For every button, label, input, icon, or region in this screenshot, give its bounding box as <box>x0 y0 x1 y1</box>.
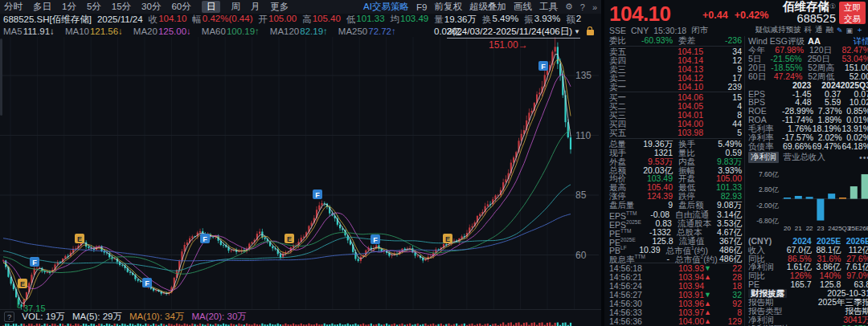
ladder-price[interactable]: 104.14 <box>630 56 703 65</box>
ask-row[interactable]: 卖一104.10239 <box>609 82 742 91</box>
forecast-header-cell: (CNY) <box>748 237 782 246</box>
net-profit-bar-chart[interactable]: 7.60亿2.80亿-2.00亿-6.80亿202122232425Q325E2… <box>748 163 868 235</box>
stat-value: 9 <box>635 201 674 210</box>
info-value: 103.49 <box>400 14 428 25</box>
trade-button-line: 交易 <box>839 13 866 24</box>
ma-values: MA5 111.91↓MA10 121.56↓MA20 125.00↓MA60 … <box>3 26 396 36</box>
event-marker-E[interactable]: E <box>285 234 294 243</box>
chart-section: 分时多日1分5分15分30分60分日周月更多 AI交易策略F9前复权超级叠加画线… <box>0 0 601 326</box>
fin-cell: 69.66% <box>782 142 812 151</box>
tool-超级叠加[interactable]: 超级叠加 <box>469 1 506 13</box>
date-range-label: 2024/03/22-2025/11/24(406日) <box>447 26 572 38</box>
tool-F9[interactable]: F9 <box>416 2 427 12</box>
ask-row[interactable]: 卖二104.1217 <box>609 74 742 83</box>
forecast-row: 收入67.0亿88.1亿112亿 <box>748 246 868 255</box>
forecast-label: 收入 <box>748 246 782 255</box>
ladder-price[interactable]: 103.98 <box>630 128 703 137</box>
timeframe-tab-月[interactable]: 月 <box>251 1 260 13</box>
tool-画线[interactable]: 画线 <box>514 1 532 13</box>
volume-indicator-bar: ?VOL: 19万MA(5): 29万MA(10): 34万MA(20): 30… <box>0 311 601 323</box>
event-marker-F[interactable]: F <box>200 234 210 243</box>
ma-item-MA20: MA20 125.00↓ <box>133 26 191 36</box>
ladder-price[interactable]: 104.10 <box>630 83 703 92</box>
event-marker-E[interactable]: E <box>75 234 84 243</box>
info-value: 2025/11/24 <box>97 14 143 24</box>
info-segment: 高105.40 <box>302 14 341 25</box>
info-label: 额 <box>566 14 575 25</box>
timeframe-tab-60分[interactable]: 60分 <box>171 1 190 13</box>
bid-row[interactable]: 买四104.0044 <box>609 120 742 128</box>
timeframe-tab-15分[interactable]: 15分 <box>112 1 131 13</box>
ma-item-MA5: MA5 111.91↓ <box>3 26 55 36</box>
mini-tab-营业总收入[interactable]: 营业总收入 <box>784 152 826 163</box>
timeframe-tab-30分[interactable]: 30分 <box>141 1 161 13</box>
event-marker-F[interactable]: F <box>142 278 152 287</box>
trade-now-button[interactable]: 立即交易 <box>839 2 866 24</box>
image-icon[interactable]: ▣ <box>845 26 853 35</box>
ask-row[interactable]: 卖三104.139 <box>609 65 742 74</box>
svg-text:E: E <box>77 235 82 243</box>
stat-row: EPSTTM-0.08自由流通3.14亿 <box>609 210 742 218</box>
info-segment: 量19.36万 <box>434 14 477 25</box>
ask-row[interactable]: 卖四104.1412 <box>609 56 742 65</box>
timeframe-tab-5分[interactable]: 5分 <box>87 1 101 13</box>
timeframe-tab-多日[interactable]: 多日 <box>33 1 51 13</box>
timeframe-tab-更多[interactable]: 更多 <box>270 1 289 13</box>
bid-row[interactable]: 买五103.985 <box>609 128 742 137</box>
fin-cell: 64.18% <box>841 142 868 151</box>
ma-label: MA250 <box>338 26 367 36</box>
candlestick-chart[interactable]: 1351108560151.00→37.15EFEFFEFFEF <box>0 0 601 326</box>
info-value: 104.10 <box>158 14 186 25</box>
lock-icon[interactable] <box>587 30 594 35</box>
timeframe-tab-1分[interactable]: 1分 <box>62 1 76 13</box>
bid-row[interactable]: 买一104.0615 <box>609 93 742 102</box>
settings-icon[interactable]: ⚙ <box>565 2 573 12</box>
report-value: 3041万 <box>843 316 868 324</box>
info-segment: 幅0.42%(0.44) <box>192 14 252 25</box>
tool-AI交易策略[interactable]: AI交易策略 <box>363 1 409 13</box>
change-pct: +0.42% <box>735 10 769 21</box>
event-marker-E[interactable]: E <box>18 279 27 288</box>
stat-label: 现手 <box>609 149 626 157</box>
info-label: 均 <box>391 14 400 25</box>
event-marker-F[interactable]: F <box>538 61 548 71</box>
timeframe-tab-周[interactable]: 周 <box>231 1 240 13</box>
bid-row[interactable]: 买二104.054 <box>609 102 742 111</box>
stat-label: 60日 <box>748 72 766 81</box>
more-menu-icon[interactable]: ••• <box>859 153 868 162</box>
chart-scrollbar[interactable] <box>0 39 2 116</box>
tick-qty: 129 <box>711 317 742 326</box>
ladder-price[interactable]: 104.13 <box>630 65 703 74</box>
edit-icon[interactable]: ✎ <box>837 26 843 35</box>
date-range-selector[interactable]: 2024/03/22-2025/11/24(406日) ▼ <box>447 26 580 39</box>
add-icon[interactable]: ＋ <box>856 25 863 35</box>
tool-工具[interactable]: 工具 <box>539 1 558 13</box>
info-icon[interactable]: ① <box>829 2 836 10</box>
ladder-price[interactable]: 104.12 <box>630 74 703 83</box>
info-label: 开 <box>258 14 268 25</box>
caret-down-icon: ▼ <box>574 28 580 35</box>
security-tags: 疑似减持预披科通融✎▣＋ <box>755 25 863 35</box>
stat-label: 委差 <box>673 36 695 45</box>
stat-value: -18.55% <box>766 63 802 72</box>
bid-row[interactable]: 买三104.018 <box>609 111 742 120</box>
event-marker-F[interactable]: F <box>30 257 39 267</box>
chevron-double-icon[interactable]: » <box>592 2 597 12</box>
help-icon[interactable]: ? <box>580 2 585 12</box>
mini-ytick-label: -6.80亿 <box>756 217 779 225</box>
forecast-cell: 67.0亿 <box>782 246 812 255</box>
event-marker-E[interactable]: E <box>443 234 452 243</box>
ask-row[interactable]: 卖五104.1534 <box>609 47 742 56</box>
toolbar-tools: AI交易策略F9前复权超级叠加画线工具⚙?» <box>363 1 597 13</box>
last-price: 104.10 <box>609 2 671 26</box>
timeframe-tab-分时[interactable]: 分时 <box>4 1 23 13</box>
mini-tab-净利润[interactable]: 净利润 <box>748 152 779 163</box>
timeframe-tab-日[interactable]: 日 <box>202 1 221 13</box>
stat-label: 52周高 <box>802 63 834 72</box>
tool-前复权[interactable]: 前复权 <box>434 1 462 13</box>
mini-xtick-label: 21 <box>795 225 802 232</box>
ladder-label: 买五 <box>609 128 630 137</box>
event-marker-F[interactable]: F <box>313 189 322 199</box>
mini-xtick-label: 20 <box>784 225 791 232</box>
event-marker-F[interactable]: F <box>371 234 380 244</box>
